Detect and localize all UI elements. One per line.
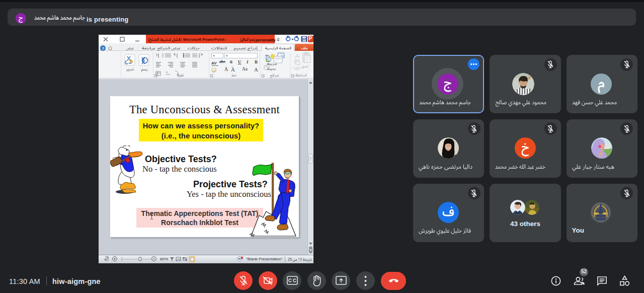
svg-text:AV: AV	[211, 61, 217, 65]
